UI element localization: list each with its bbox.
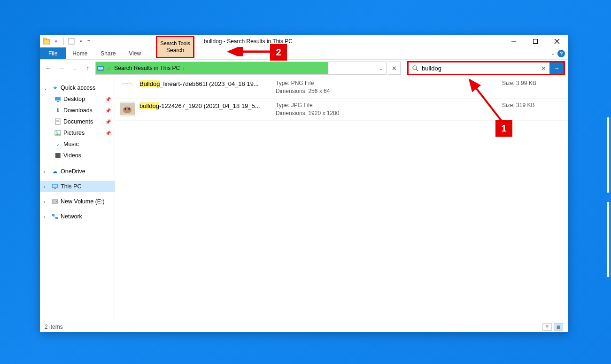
music-icon: ♪	[54, 140, 62, 148]
up-button[interactable]: ↑	[82, 62, 93, 74]
help-icon[interactable]: ?	[557, 50, 565, 57]
address-chev-icon[interactable]: ›	[105, 66, 112, 71]
file-name: bulldog-1224267_1920 (2023_04_18 19_5...	[139, 102, 260, 109]
svg-rect-19	[55, 153, 56, 158]
address-text: Search Results in This PC	[112, 65, 180, 71]
explorer-window: ▾ ▾ = Search Tools Search bulldog - Sear…	[40, 35, 568, 332]
sidebar-item-desktop[interactable]: Desktop 📌	[40, 93, 115, 105]
search-go-button[interactable]: →	[549, 62, 564, 74]
svg-point-33	[128, 108, 130, 110]
explorer-address-icon	[96, 65, 105, 71]
sidebar-item-this-pc[interactable]: › This PC	[40, 181, 115, 192]
address-dropdown-icon[interactable]: ⌄	[376, 66, 386, 71]
forward-button[interactable]: →	[56, 62, 67, 74]
menu-home[interactable]: Home	[66, 47, 94, 59]
back-button[interactable]: ←	[43, 62, 54, 74]
qat-chevron2-icon[interactable]: ▾	[77, 38, 85, 45]
svg-rect-11	[55, 97, 61, 101]
search-input[interactable]	[422, 65, 537, 72]
chevron-down-icon[interactable]: ⌄	[551, 51, 555, 56]
expand-icon[interactable]: ›	[44, 214, 49, 219]
sidebar-item-documents[interactable]: Documents 📌	[40, 116, 115, 127]
search-box[interactable]: ✕ →	[407, 61, 565, 75]
search-tools-tab[interactable]: Search Tools Search	[156, 36, 194, 58]
sidebar-item-pictures[interactable]: Pictures 📌	[40, 127, 115, 139]
quick-access-toolbar: ▾ ▾ =	[43, 38, 90, 45]
collapse-icon[interactable]: ⌄	[44, 85, 49, 91]
close-button[interactable]	[546, 35, 568, 47]
nav-bar: ← → ⌄ ↑ › Search Results in This PC › ⌄ …	[40, 60, 568, 77]
explorer-icon	[43, 38, 50, 45]
sidebar-item-new-volume[interactable]: › New Volume (E:)	[40, 196, 115, 207]
expand-icon[interactable]: ›	[44, 199, 49, 204]
expand-icon[interactable]: ›	[44, 184, 49, 189]
menu-view[interactable]: View	[122, 47, 147, 59]
body: ⌄ ★ Quick access Desktop 📌 ⬇ Downloads 📌…	[40, 77, 568, 321]
icons-view-icon[interactable]: ▦	[554, 323, 563, 331]
maximize-button[interactable]	[525, 35, 546, 47]
file-size: Size: 319 KB	[502, 101, 563, 117]
menu-bar: File Home Share View ⌄ ?	[40, 47, 568, 60]
pin-icon: 📌	[105, 119, 111, 124]
sidebar-item-quick-access[interactable]: ⌄ ★ Quick access	[40, 82, 115, 93]
search-clear-icon[interactable]: ✕	[537, 65, 549, 72]
pictures-icon	[54, 129, 62, 137]
sidebar-item-videos[interactable]: Videos	[40, 150, 115, 161]
file-details: Type: PNG File Dimensions: 256 x 64	[276, 79, 502, 95]
pin-icon: 📌	[105, 108, 111, 113]
download-icon: ⬇	[54, 107, 62, 114]
stop-button[interactable]: ✕	[388, 62, 401, 75]
svg-rect-26	[52, 214, 54, 216]
list-item[interactable]: Bulldog_lineart-7deb661f (2023_04_18 19.…	[115, 77, 568, 99]
svg-rect-22	[53, 185, 57, 187]
thumbnail	[120, 79, 135, 89]
sidebar-item-music[interactable]: ♪ Music	[40, 139, 115, 150]
svg-rect-1	[43, 38, 46, 40]
title-bar: ▾ ▾ = Search Tools Search bulldog - Sear…	[40, 35, 568, 47]
details-view-icon[interactable]: ≣	[542, 323, 552, 331]
svg-rect-20	[60, 153, 61, 158]
svg-rect-27	[55, 217, 58, 219]
svg-point-25	[56, 201, 57, 202]
minimize-button[interactable]	[503, 35, 525, 47]
status-bar: 2 items ≣ ▦	[40, 321, 568, 332]
window-controls	[503, 35, 568, 47]
drive-icon	[51, 198, 59, 205]
file-name: Bulldog_lineart-7deb661f (2023_04_18 19.…	[139, 80, 259, 87]
file-details: Type: JPG File Dimensions: 1920 x 1280	[276, 101, 502, 117]
desktop-notch	[607, 117, 611, 193]
svg-rect-23	[54, 188, 56, 189]
svg-point-17	[56, 132, 58, 133]
search-tools-label-top: Search Tools	[160, 39, 190, 46]
recent-dropdown[interactable]: ⌄	[69, 62, 80, 74]
computer-icon	[51, 183, 59, 190]
menu-file[interactable]: File	[40, 47, 66, 59]
pin-icon: 📌	[105, 131, 111, 136]
ribbon-collapse[interactable]: ⌄ ?	[551, 47, 568, 59]
qat-blank-icon	[68, 38, 75, 45]
svg-line-10	[416, 69, 418, 71]
sidebar-item-network[interactable]: › Network	[40, 211, 115, 222]
menu-share[interactable]: Share	[94, 47, 122, 59]
documents-icon	[54, 118, 62, 125]
status-item-count: 2 items	[45, 324, 63, 330]
expand-icon[interactable]: ›	[44, 169, 49, 174]
search-tools-label-bottom: Search	[166, 46, 184, 55]
svg-rect-12	[57, 101, 59, 102]
sidebar-item-onedrive[interactable]: › ☁ OneDrive	[40, 166, 115, 177]
nav-pane: ⌄ ★ Quick access Desktop 📌 ⬇ Downloads 📌…	[40, 77, 115, 321]
results-list: Bulldog_lineart-7deb661f (2023_04_18 19.…	[115, 77, 568, 321]
svg-rect-2	[69, 39, 74, 44]
qat-chevron-icon[interactable]: ▾	[52, 38, 60, 45]
pin-icon: 📌	[105, 97, 111, 102]
address-bar[interactable]: › Search Results in This PC › ⌄	[95, 62, 387, 75]
network-icon	[51, 213, 59, 220]
address-chev2-icon[interactable]: ›	[180, 66, 187, 71]
qat-overflow-icon[interactable]: =	[87, 39, 90, 44]
cloud-icon: ☁	[51, 168, 59, 175]
callout-1: 1	[495, 120, 512, 137]
list-item[interactable]: bulldog-1224267_1920 (2023_04_18 19_5...…	[115, 99, 568, 121]
svg-rect-4	[534, 39, 538, 44]
svg-point-9	[413, 66, 417, 70]
sidebar-item-downloads[interactable]: ⬇ Downloads 📌	[40, 105, 115, 116]
